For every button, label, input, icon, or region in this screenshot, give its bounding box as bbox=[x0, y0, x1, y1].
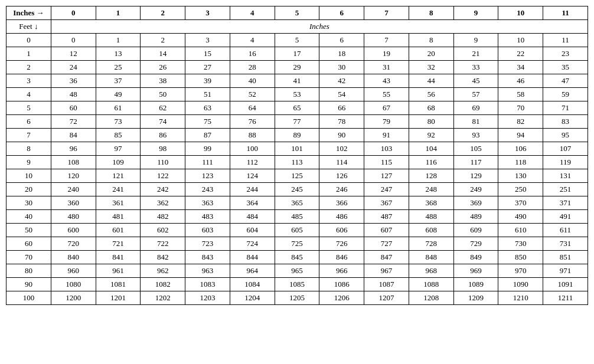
table-cell: 72 bbox=[51, 115, 96, 129]
table-cell: 484 bbox=[230, 210, 275, 224]
table-cell: 85 bbox=[96, 129, 141, 142]
table-cell: 731 bbox=[543, 237, 588, 251]
table-cell: 730 bbox=[498, 237, 543, 251]
table-cell: 124 bbox=[230, 169, 275, 183]
row-label: 3 bbox=[6, 74, 51, 88]
table-cell: 100 bbox=[230, 142, 275, 156]
table-cell: 34 bbox=[498, 61, 543, 74]
table-cell: 41 bbox=[275, 74, 319, 88]
table-cell: 67 bbox=[364, 101, 409, 115]
table-cell: 971 bbox=[543, 264, 588, 278]
table-cell: 969 bbox=[453, 264, 498, 278]
table-cell: 28 bbox=[230, 61, 275, 74]
table-row: 001234567891011 bbox=[6, 34, 588, 47]
table-cell: 25 bbox=[96, 61, 141, 74]
table-row: 50600601602603604605606607608609610611 bbox=[6, 224, 588, 237]
table-cell: 604 bbox=[230, 224, 275, 237]
table-cell: 45 bbox=[453, 74, 498, 88]
row-label: 8 bbox=[6, 142, 51, 156]
table-cell: 722 bbox=[141, 237, 185, 251]
table-cell: 600 bbox=[51, 224, 96, 237]
conversion-table: Inches → 0 1 2 3 4 5 6 7 8 9 10 11 Feet … bbox=[6, 6, 588, 305]
table-cell: 65 bbox=[275, 101, 319, 115]
row-label: 7 bbox=[6, 129, 51, 142]
table-cell: 11 bbox=[543, 34, 588, 47]
table-cell: 115 bbox=[364, 156, 409, 169]
table-cell: 609 bbox=[453, 224, 498, 237]
table-cell: 50 bbox=[141, 88, 185, 101]
table-cell: 250 bbox=[498, 183, 543, 196]
table-cell: 368 bbox=[409, 196, 453, 210]
row-label: 90 bbox=[6, 278, 51, 291]
table-cell: 26 bbox=[141, 61, 185, 74]
table-cell: 966 bbox=[319, 264, 364, 278]
table-cell: 93 bbox=[453, 129, 498, 142]
table-cell: 1208 bbox=[409, 291, 453, 305]
table-cell: 1091 bbox=[543, 278, 588, 291]
table-cell: 131 bbox=[543, 169, 588, 183]
table-cell: 81 bbox=[453, 115, 498, 129]
sub-header-row: Feet ↓ Inches bbox=[6, 20, 588, 34]
table-cell: 841 bbox=[96, 251, 141, 264]
table-cell: 91 bbox=[364, 129, 409, 142]
table-cell: 1206 bbox=[319, 291, 364, 305]
table-cell: 22 bbox=[498, 47, 543, 61]
table-cell: 16 bbox=[230, 47, 275, 61]
table-cell: 48 bbox=[51, 88, 96, 101]
table-cell: 75 bbox=[185, 115, 230, 129]
table-cell: 61 bbox=[96, 101, 141, 115]
feet-down-header: Feet ↓ bbox=[6, 20, 51, 34]
table-cell: 121 bbox=[96, 169, 141, 183]
table-cell: 364 bbox=[230, 196, 275, 210]
table-cell: 611 bbox=[543, 224, 588, 237]
table-cell: 36 bbox=[51, 74, 96, 88]
table-cell: 78 bbox=[319, 115, 364, 129]
table-cell: 1207 bbox=[364, 291, 409, 305]
table-cell: 32 bbox=[409, 61, 453, 74]
table-cell: 1203 bbox=[185, 291, 230, 305]
table-cell: 840 bbox=[51, 251, 96, 264]
table-cell: 112 bbox=[230, 156, 275, 169]
table-cell: 125 bbox=[275, 169, 319, 183]
table-cell: 114 bbox=[319, 156, 364, 169]
inches-label-span: Inches bbox=[51, 20, 588, 34]
row-label: 70 bbox=[6, 251, 51, 264]
table-cell: 103 bbox=[364, 142, 409, 156]
table-cell: 1211 bbox=[543, 291, 588, 305]
table-cell: 850 bbox=[498, 251, 543, 264]
table-cell: 119 bbox=[543, 156, 588, 169]
table-cell: 970 bbox=[498, 264, 543, 278]
table-cell: 58 bbox=[498, 88, 543, 101]
table-cell: 9 bbox=[453, 34, 498, 47]
table-cell: 13 bbox=[96, 47, 141, 61]
table-row: 5606162636465666768697071 bbox=[6, 101, 588, 115]
table-cell: 846 bbox=[319, 251, 364, 264]
table-cell: 370 bbox=[498, 196, 543, 210]
table-cell: 251 bbox=[543, 183, 588, 196]
table-cell: 843 bbox=[185, 251, 230, 264]
table-cell: 57 bbox=[453, 88, 498, 101]
row-label: 100 bbox=[6, 291, 51, 305]
table-cell: 486 bbox=[319, 210, 364, 224]
table-cell: 247 bbox=[364, 183, 409, 196]
table-cell: 126 bbox=[319, 169, 364, 183]
table-cell: 371 bbox=[543, 196, 588, 210]
col-header-0: 0 bbox=[51, 6, 96, 20]
table-cell: 1087 bbox=[364, 278, 409, 291]
table-cell: 38 bbox=[141, 74, 185, 88]
table-cell: 246 bbox=[319, 183, 364, 196]
col-header-10: 10 bbox=[498, 6, 543, 20]
row-label: 60 bbox=[6, 237, 51, 251]
table-cell: 37 bbox=[96, 74, 141, 88]
table-cell: 110 bbox=[141, 156, 185, 169]
row-label: 80 bbox=[6, 264, 51, 278]
table-cell: 728 bbox=[409, 237, 453, 251]
table-cell: 70 bbox=[498, 101, 543, 115]
table-cell: 482 bbox=[141, 210, 185, 224]
table-cell: 723 bbox=[185, 237, 230, 251]
col-header-5: 5 bbox=[275, 6, 319, 20]
table-cell: 21 bbox=[453, 47, 498, 61]
table-cell: 51 bbox=[185, 88, 230, 101]
table-cell: 360 bbox=[51, 196, 96, 210]
col-header-8: 8 bbox=[409, 6, 453, 20]
